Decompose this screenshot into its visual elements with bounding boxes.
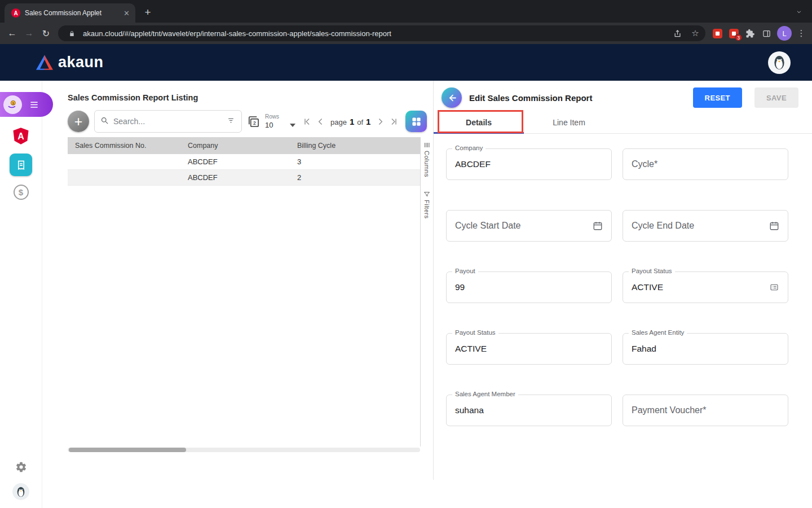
field-placeholder: Cycle*	[632, 159, 657, 169]
field-sales-agent-member[interactable]: Sales Agent Member suhana	[446, 395, 612, 426]
page-indicator: page 1 of 1	[330, 117, 370, 126]
field-cycle[interactable]: Cycle*	[623, 148, 788, 180]
active-applet-pill[interactable]: $	[0, 92, 53, 117]
field-label: Payout Status	[452, 329, 498, 336]
field-sales-agent-entity[interactable]: Sales Agent Entity Fahad	[623, 333, 788, 365]
duplicate-view-icon[interactable]: 2	[247, 115, 260, 128]
editor-header: Edit Sales Commission Report RESET SAVE	[434, 81, 812, 109]
field-payout-status-picker[interactable]: Payout Status ACTIVE	[623, 271, 788, 303]
forward-nav-icon[interactable]: →	[21, 26, 37, 41]
scrollbar-thumb[interactable]	[69, 448, 186, 452]
editor-panel: Edit Sales Commission Report RESET SAVE …	[433, 81, 812, 480]
field-cycle-start-date[interactable]: Cycle Start Date	[446, 210, 612, 242]
field-value: ACTIVE	[455, 344, 487, 354]
listing-title: Sales Commission Report Listing	[68, 93, 433, 102]
tab-line-item[interactable]: Line Item	[524, 111, 614, 133]
browser-toolbar: ← → ↻ akaun.cloud/#/applet/tnt/wavelet/e…	[0, 23, 812, 44]
akaun-logo[interactable]: akaun	[36, 54, 104, 71]
report-table: Sales Commission No. Company Billing Cyc…	[68, 137, 433, 446]
cell-billing-cycle: 2	[290, 173, 420, 182]
profile-avatar[interactable]: L	[777, 26, 792, 41]
columns-label: Columns	[423, 151, 430, 177]
tab-details[interactable]: Details	[434, 111, 524, 133]
search-box[interactable]	[94, 110, 242, 133]
support-penguin-icon[interactable]	[12, 483, 29, 500]
field-company[interactable]: Company ABCDEF	[446, 148, 612, 180]
back-button[interactable]	[442, 87, 462, 108]
status-list-icon[interactable]	[769, 283, 779, 292]
extension-icon-1[interactable]	[710, 26, 725, 41]
svg-text:2: 2	[253, 120, 256, 126]
search-input[interactable]	[113, 117, 222, 126]
editor-tabs: Details Line Item	[434, 111, 812, 134]
listing-panel: Sales Commission Report Listing + 2 Rows…	[42, 81, 433, 508]
table-row[interactable]: ABCDEF 3	[68, 154, 420, 170]
drag-columns-icon	[423, 142, 430, 148]
rows-value: 10	[265, 121, 273, 129]
filter-list-icon[interactable]	[226, 116, 236, 126]
sidebar-item-report-applet[interactable]	[10, 154, 32, 176]
field-payment-voucher[interactable]: Payment Voucher*	[623, 395, 788, 426]
akaun-triangle-icon	[36, 55, 53, 70]
back-nav-icon[interactable]: ←	[5, 26, 20, 41]
new-tab-button[interactable]: +	[140, 5, 156, 20]
receipt-icon	[16, 160, 27, 170]
funnel-icon	[423, 191, 430, 198]
logo-text: akaun	[58, 54, 104, 71]
filters-toggle[interactable]: Filters	[423, 191, 430, 218]
reload-icon[interactable]: ↻	[38, 26, 54, 41]
field-placeholder: Cycle Start Date	[455, 221, 520, 231]
side-panel-icon[interactable]	[759, 26, 774, 41]
col-header-billing-cycle[interactable]: Billing Cycle	[290, 142, 420, 150]
rows-per-page-select[interactable]: Rows 10	[265, 113, 295, 129]
col-header-company[interactable]: Company	[180, 142, 290, 150]
extension-icon-2[interactable]: 3	[726, 26, 741, 41]
extension-badge: 3	[735, 34, 742, 41]
grid-view-button[interactable]	[405, 111, 427, 132]
editor-title: Edit Sales Commission Report	[469, 93, 592, 103]
applet-sidebar: $ A $	[0, 81, 42, 508]
reset-button[interactable]: RESET	[693, 87, 742, 108]
add-record-button[interactable]: +	[68, 111, 89, 132]
search-icon	[100, 116, 109, 127]
field-payout[interactable]: Payout 99	[446, 271, 612, 303]
columns-toggle[interactable]: Columns	[423, 142, 430, 177]
field-value: ABCDEF	[455, 159, 491, 169]
tab-search-chevron-icon[interactable]	[795, 7, 807, 17]
share-icon[interactable]	[670, 27, 684, 40]
calendar-icon[interactable]	[593, 221, 603, 231]
save-button[interactable]: SAVE	[754, 87, 798, 108]
details-form: Company ABCDEF Cycle* Cycle Start Date C…	[446, 148, 812, 426]
table-side-strip: Columns Filters	[420, 137, 433, 446]
tab-close-icon[interactable]: ✕	[122, 9, 131, 17]
horizontal-scrollbar[interactable]	[68, 448, 420, 452]
address-bar[interactable]: akaun.cloud/#/applet/tnt/wavelet/erp/int…	[58, 25, 705, 41]
field-cycle-end-date[interactable]: Cycle End Date	[623, 210, 788, 242]
tab-title: Sales Commission Applet	[25, 9, 118, 17]
last-page-button[interactable]	[387, 115, 400, 128]
user-avatar[interactable]	[768, 51, 791, 74]
extensions-puzzle-icon[interactable]	[743, 26, 757, 41]
next-page-button[interactable]	[374, 115, 387, 128]
active-tab-underline	[434, 132, 524, 134]
field-label: Sales Agent Member	[452, 391, 518, 397]
workspace: $ A $ Sales Commission Report List	[0, 81, 812, 508]
field-payout-status[interactable]: Payout Status ACTIVE	[446, 333, 612, 365]
bookmark-star-icon[interactable]: ☆	[689, 27, 702, 40]
browser-tab[interactable]: A Sales Commission Applet ✕	[5, 3, 135, 23]
prev-page-button[interactable]	[314, 115, 327, 128]
first-page-button[interactable]	[301, 115, 314, 128]
settings-gear-icon[interactable]	[15, 461, 27, 473]
field-placeholder: Cycle End Date	[632, 221, 694, 231]
col-header-commission-no[interactable]: Sales Commission No.	[68, 142, 180, 150]
browser-menu-icon[interactable]: ⋮	[795, 28, 807, 38]
sidebar-item-angular-applet[interactable]: A	[12, 127, 29, 145]
sidebar-menu-icon[interactable]	[25, 95, 43, 113]
filters-label: Filters	[423, 200, 430, 218]
svg-text:A: A	[17, 132, 24, 141]
table-row[interactable]: ABCDEF 2	[68, 170, 420, 186]
penguin-icon	[773, 55, 785, 70]
sidebar-item-finance[interactable]: $	[14, 185, 29, 200]
calendar-icon[interactable]	[769, 221, 779, 231]
field-label: Company	[452, 144, 486, 151]
